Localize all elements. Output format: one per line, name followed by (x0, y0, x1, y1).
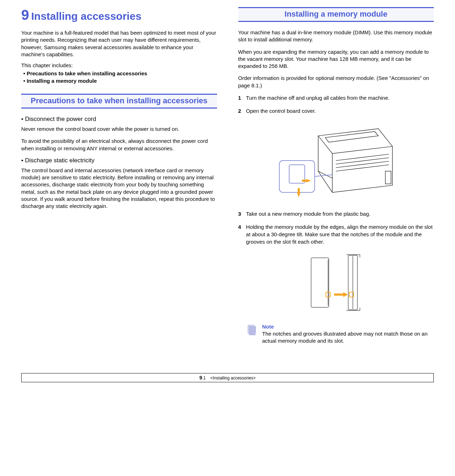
svg-line-3 (336, 165, 389, 171)
includes-item-2: Installing a memory module (23, 78, 217, 84)
note-body: Note The notches and grooves illustrated… (262, 323, 434, 345)
note-title: Note (262, 323, 434, 330)
left-column: 9 Installing accessories Your machine is… (21, 7, 217, 345)
svg-rect-12 (311, 258, 329, 307)
svg-line-1 (336, 158, 389, 164)
svg-rect-4 (385, 171, 391, 184)
chapter-title-text: Installing accessories (31, 10, 141, 22)
includes-item-1: Precautions to take when installing acce… (23, 70, 217, 76)
svg-rect-11 (302, 180, 306, 182)
footer-chapter: 9 (199, 375, 202, 381)
svg-marker-19 (343, 292, 348, 297)
step-1: 1 Turn the machine off and unplug all ca… (238, 94, 434, 101)
dimm-illustration-icon (301, 252, 371, 313)
svg-line-7 (315, 175, 332, 176)
step-3-text: Take out a new memory module from the pl… (246, 210, 371, 217)
step-3: 3 Take out a new memory module from the … (238, 210, 434, 217)
sub-discharge-p1: The control board and internal accessori… (21, 167, 217, 210)
svg-marker-8 (297, 192, 301, 197)
svg-rect-5 (279, 161, 315, 192)
right-column: Installing a memory module Your machine … (238, 7, 434, 345)
section-memory-heading: Installing a memory module (238, 7, 434, 22)
page-content: 9 Installing accessories Your machine is… (21, 7, 434, 345)
sub-disconnect-p2: To avoid the possibility of an electrica… (21, 138, 217, 152)
footer-title: <Installing accessories> (210, 376, 256, 381)
steps-list: 1 Turn the machine off and unplug all ca… (238, 94, 434, 115)
footer-pagenum: 1 (203, 376, 206, 381)
memory-p2: When you are expanding the memory capaci… (238, 48, 434, 70)
steps-list-cont: 3 Take out a new memory module from the … (238, 210, 434, 245)
figure-printer (238, 122, 434, 199)
step-1-num: 1 (238, 94, 241, 101)
printer-illustration-icon (272, 122, 399, 199)
note-icon (245, 323, 258, 345)
svg-rect-9 (298, 188, 300, 192)
note-block: Note The notches and grooves illustrated… (238, 323, 434, 345)
chapter-title: 9 Installing accessories (21, 7, 217, 23)
step-2: 2 Open the control board cover. (238, 107, 434, 115)
section-precautions-heading: Precautions to take when installing acce… (21, 94, 217, 109)
step-4-num: 4 (238, 223, 241, 245)
note-text: The notches and grooves illustrated abov… (262, 331, 428, 344)
memory-p1: Your machine has a dual in-line memory m… (238, 29, 434, 43)
step-3-num: 3 (238, 210, 241, 217)
chapter-number: 9 (21, 7, 29, 23)
sub-disconnect-p1: Never remove the control board cover whi… (21, 126, 217, 133)
includes-list: Precautions to take when installing acce… (21, 70, 217, 84)
step-2-num: 2 (238, 107, 241, 115)
includes-label: This chapter includes: (21, 62, 217, 68)
svg-line-2 (336, 161, 389, 168)
figure-dimm (238, 252, 434, 313)
step-4-text: Holding the memory module by the edges, … (246, 223, 434, 245)
page-footer: 9.1 <Installing accessories> (21, 373, 434, 382)
step-1-text: Turn the machine off and unplug all cabl… (246, 94, 390, 101)
svg-rect-18 (334, 294, 343, 296)
sub-discharge: Discharge static electricity (21, 157, 217, 164)
sub-disconnect: Disconnect the power cord (21, 116, 217, 123)
memory-p3: Order information is provided for option… (238, 75, 434, 89)
svg-line-0 (336, 154, 389, 161)
step-2-text: Open the control board cover. (246, 107, 316, 115)
chapter-intro: Your machine is a full-featured model th… (21, 29, 217, 58)
step-4: 4 Holding the memory module by the edges… (238, 223, 434, 245)
